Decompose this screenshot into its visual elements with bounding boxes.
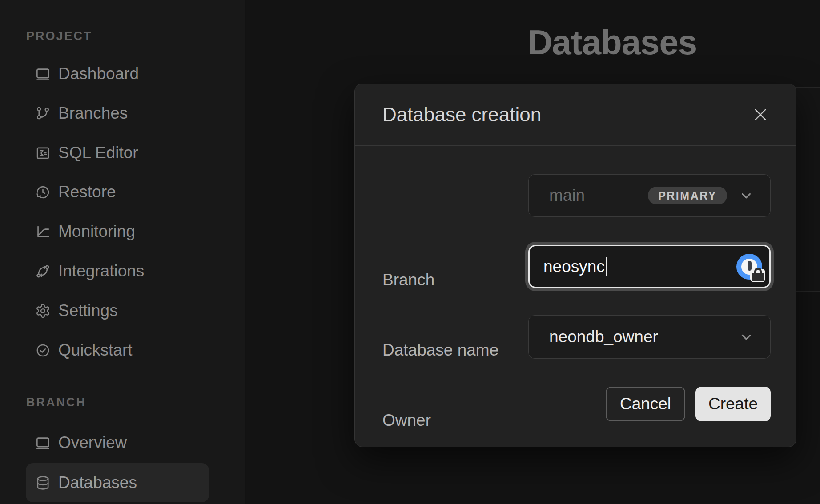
x-icon [752, 106, 769, 123]
sidebar-item-dashboard[interactable]: Dashboard [26, 54, 209, 93]
database-icon [35, 475, 51, 491]
sql-terminal-icon [35, 145, 51, 161]
sidebar-item-branches[interactable]: Branches [26, 94, 209, 133]
workflow-arrows-icon [35, 264, 51, 279]
sidebar-item-restore[interactable]: Restore [26, 172, 209, 212]
sidebar-section-branch: BRANCH [26, 396, 86, 409]
owner-field-label: Owner [382, 411, 431, 430]
sidebar-item-label: Settings [58, 301, 118, 320]
branch-select[interactable]: main PRIMARY [528, 174, 771, 217]
chart-curve-icon [35, 224, 51, 240]
sidebar-item-monitoring[interactable]: Monitoring [26, 212, 209, 251]
close-button[interactable] [750, 104, 771, 125]
modal-header: Database creation [355, 84, 796, 146]
sidebar-item-settings[interactable]: Settings [26, 291, 209, 330]
chevron-down-icon [739, 329, 754, 344]
sidebar: PROJECT Dashboard Branches SQL Editor Re… [0, 0, 245, 504]
database-name-field-label: Database name [382, 341, 498, 360]
page-title: Databases [527, 22, 697, 63]
sidebar-item-label: Quickstart [58, 341, 133, 360]
sidebar-item-label: Overview [58, 433, 127, 452]
chevron-down-icon [739, 188, 754, 203]
sidebar-item-integrations[interactable]: Integrations [26, 252, 209, 291]
sidebar-item-label: Branches [58, 104, 128, 123]
primary-badge: PRIMARY [648, 187, 727, 204]
history-clock-icon [35, 184, 51, 200]
window-icon [35, 66, 51, 82]
sidebar-item-label: Dashboard [58, 64, 139, 83]
sidebar-item-label: Integrations [58, 262, 144, 280]
owner-select-value: neondb_owner [549, 328, 739, 346]
branch-select-value: main [549, 186, 648, 205]
database-creation-modal: Database creation Branch main PRIMARY Da… [354, 84, 796, 447]
text-caret [606, 257, 607, 276]
sidebar-item-label: Restore [58, 183, 116, 201]
sidebar-item-quickstart[interactable]: Quickstart [26, 331, 209, 370]
1password-icon[interactable] [736, 254, 762, 280]
sidebar-item-databases[interactable]: Databases [26, 463, 209, 502]
owner-select[interactable]: neondb_owner [528, 315, 771, 359]
branch-field-label: Branch [382, 271, 434, 289]
git-branch-icon [35, 106, 51, 121]
sidebar-item-label: SQL Editor [58, 144, 138, 162]
sidebar-item-overview[interactable]: Overview [26, 423, 209, 462]
modal-title: Database creation [382, 104, 750, 126]
window-icon [35, 435, 51, 451]
sidebar-item-label: Databases [58, 473, 137, 492]
sidebar-section-project: PROJECT [26, 29, 92, 43]
cancel-button[interactable]: Cancel [606, 387, 685, 421]
sidebar-item-sql-editor[interactable]: SQL Editor [26, 133, 209, 172]
gear-icon [35, 303, 51, 319]
database-name-input[interactable]: neosync [528, 245, 771, 288]
sidebar-item-label: Monitoring [58, 222, 135, 241]
database-name-value: neosync [543, 257, 605, 276]
create-button[interactable]: Create [695, 387, 771, 421]
check-circle-icon [35, 343, 51, 358]
